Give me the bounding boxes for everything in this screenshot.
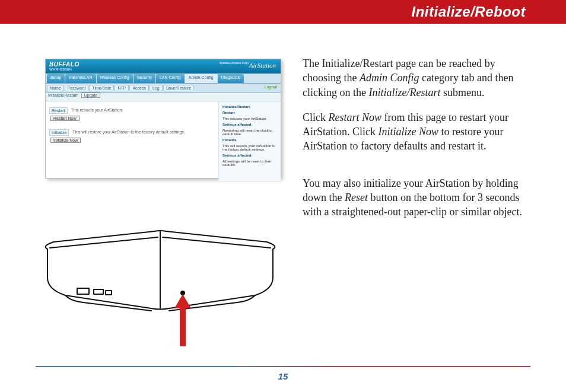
text: submenu.: [440, 87, 484, 98]
screenshot-body: Restart This reboots your AirStation. Re…: [46, 101, 281, 181]
restart-now-button[interactable]: Restart Now: [50, 116, 80, 121]
help-heading-initialize-affected: Settings affected:: [222, 154, 278, 157]
help-heading-restart-affected: Settings affected:: [222, 123, 278, 126]
product-subtitle: Wireless Access Point: [220, 61, 249, 65]
svg-rect-1: [94, 289, 103, 294]
device-illustration: [36, 213, 285, 350]
help-heading-initialize: Initialize: [222, 138, 278, 142]
paragraph-3: You may also initialize your AirStation …: [303, 176, 528, 219]
restart-row: Restart This reboots your AirStation. Re…: [49, 107, 215, 121]
page-number: 15: [0, 371, 566, 381]
admin-screenshot: BUFFALO WHR-G300N Wireless Access Point …: [45, 59, 281, 179]
emphasis-restart-now: Restart Now: [329, 111, 382, 123]
tab-lan-config[interactable]: LAN Config: [156, 74, 185, 83]
help-heading-main: Initialize/Restart: [222, 105, 278, 109]
initialize-now-button[interactable]: Initialize Now: [50, 138, 81, 143]
model-label: WHR-G300N: [49, 68, 72, 71]
subtab-save-restore[interactable]: Save/Restore: [163, 85, 194, 91]
help-text-restart: This reboots your AirStation.: [222, 117, 278, 120]
device-svg: [36, 213, 285, 350]
help-text-initialize-affected: All settings will be reset to their defa…: [222, 160, 278, 167]
emphasis-admin-config: Admin Config: [360, 72, 419, 84]
tab-admin-config[interactable]: Admin Config: [185, 74, 217, 83]
section-title-row: Initialize/Restart Update: [46, 93, 281, 101]
emphasis-initialize-restart: Initialize/Restart: [368, 87, 440, 98]
help-text-initialize: This will restore your AirStation to the…: [222, 144, 278, 151]
tab-setup[interactable]: Setup: [47, 74, 65, 83]
svg-marker-5: [174, 294, 191, 308]
help-panel: Initialize/Restart Restart This reboots …: [219, 101, 281, 181]
tab-security[interactable]: Security: [133, 74, 155, 83]
subtab-ntp[interactable]: NTP: [115, 85, 129, 91]
footer-rule: [36, 366, 530, 367]
tab-diagnostic[interactable]: Diagnostic: [218, 74, 244, 83]
main-tabs: Setup Internet/LAN Wireless Config Secur…: [46, 74, 281, 84]
svg-rect-2: [106, 291, 112, 295]
logout-link[interactable]: Logout: [265, 85, 277, 89]
initialize-row: Initialize This will restore your AirSta…: [49, 129, 215, 143]
sub-tabs: Name Password Time/Date NTP Access Log S…: [46, 84, 281, 93]
subtab-access[interactable]: Access: [129, 85, 149, 91]
product-name: AirStation: [249, 62, 276, 69]
subtab-log[interactable]: Log: [150, 85, 163, 91]
svg-rect-0: [77, 288, 89, 294]
tab-wireless-config[interactable]: Wireless Config: [97, 74, 133, 83]
body-text: The Initialize/Restart page can be reach…: [303, 56, 528, 230]
settings-panel: Restart This reboots your AirStation. Re…: [46, 101, 219, 181]
restart-text: This reboots your AirStation.: [71, 108, 123, 112]
subtab-time-date[interactable]: Time/Date: [89, 85, 114, 91]
reset-arrow-icon: [174, 294, 191, 346]
emphasis-reset: Reset: [345, 192, 368, 203]
tab-internet-lan[interactable]: Internet/LAN: [65, 74, 96, 83]
page-title: Initialize/Reboot: [411, 4, 526, 20]
help-heading-restart: Restart: [222, 111, 278, 114]
restart-label: Restart: [49, 107, 68, 114]
initialize-text: This will restore your AirStation to the…: [72, 130, 185, 134]
subtab-password[interactable]: Password: [65, 85, 89, 91]
paragraph-1: The Initialize/Restart page can be reach…: [303, 56, 528, 100]
title-bar: Initialize/Reboot: [0, 0, 566, 24]
paragraph-2: Click Restart Now from this page to rest…: [303, 110, 528, 154]
text: Click: [303, 111, 329, 123]
brand-logo: BUFFALO: [49, 61, 80, 68]
section-title: Initialize/Restart: [48, 93, 78, 97]
initialize-label: Initialize: [49, 129, 69, 136]
emphasis-initialize-now: Initialize Now: [379, 126, 439, 138]
help-text-restart-affected: Restarting will reset the clock to defau…: [222, 129, 278, 136]
subtab-name[interactable]: Name: [47, 85, 64, 91]
brand-bar: BUFFALO WHR-G300N Wireless Access Point …: [46, 59, 281, 74]
update-button[interactable]: Update: [81, 93, 101, 98]
